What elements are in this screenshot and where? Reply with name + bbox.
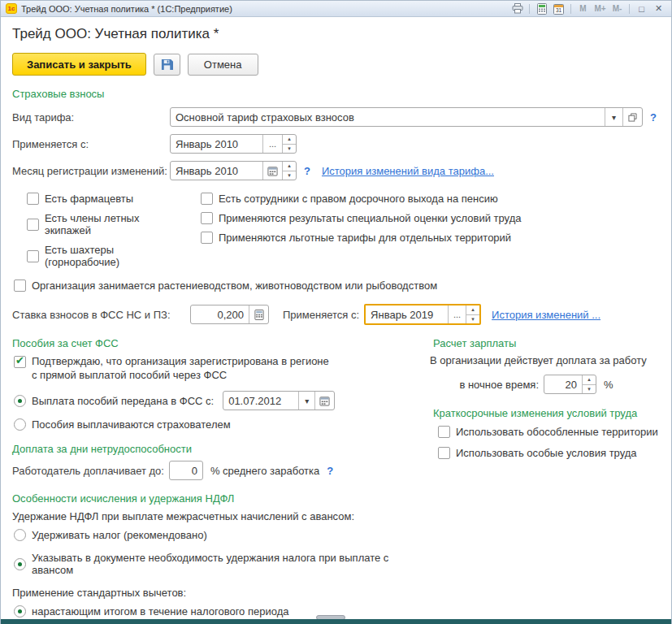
tariff-value[interactable]: Основной тариф страховых взносов [171,108,605,126]
separate-territories-row: Использовать обособленные территории [438,426,659,438]
save-and-close-button[interactable]: Записать и закрыть [12,53,146,76]
rate-applies-spinner[interactable] [466,306,479,323]
night-work-field[interactable]: 20 [544,375,596,394]
tariff-help-link[interactable]: ? [650,111,657,124]
territory-tariffs-label[interactable]: Применяются льготные тарифы для отдельны… [219,232,511,244]
spin-down-icon [466,315,479,324]
separate-territories-checkbox[interactable] [438,426,450,438]
spin-down-icon [583,385,596,394]
applies-from-spinner[interactable] [282,135,296,153]
separate-territories-label[interactable]: Использовать обособленные территории [456,426,658,438]
open-in-form-icon [628,113,637,122]
miners-checkbox[interactable] [27,250,39,262]
close-button[interactable]: ✕ [651,2,666,15]
fss-confirm-line2[interactable]: с прямой выплатой пособий через ФСС [32,368,329,382]
sickpay-value[interactable]: 0 [170,462,202,479]
agriculture-row: Организация занимается растениеводством,… [14,280,671,292]
fss-rate-field[interactable]: 0,200 [190,305,269,324]
calculator-icon[interactable] [534,2,549,15]
checkbox-column-1: Есть фармацевты Есть члены летных экипаж… [14,193,188,268]
rate-applies-value[interactable]: Январь 2019 [366,306,448,323]
paid-by-fss-row: Выплата пособий передана в ФСС с: 01.07.… [14,391,430,410]
reg-month-label: Месяц регистрации изменений: [12,165,170,177]
sickpay-field[interactable]: 0 [169,461,203,480]
dropdown-arrow-icon[interactable] [605,108,622,126]
early-pension-label[interactable]: Есть сотрудники с правом досрочного выхо… [219,193,498,205]
cancel-button[interactable]: Отмена [188,54,258,76]
reg-month-value[interactable]: Январь 2010 [171,162,262,180]
pharmacists-label[interactable]: Есть фармацевты [45,193,133,205]
flight-crew-label[interactable]: Есть члены летных экипажей [45,212,188,236]
rate-applies-field[interactable]: Январь 2019 ... [364,304,481,325]
fss-confirm-label[interactable]: Подтверждаю, что организация зарегистрир… [32,354,329,382]
calendar-icon [319,396,330,406]
more-button[interactable]: ... [448,306,466,323]
fss-rate-label: Ставка взносов в ФСС НС и ПЗ: [12,309,190,321]
fss-confirm-checkbox[interactable] [14,356,26,368]
night-work-value[interactable]: 20 [544,375,582,393]
date-picker-button[interactable] [262,162,282,180]
tariff-label: Вид тарифа: [12,111,170,124]
rate-history-link[interactable]: История изменений ... [492,309,600,321]
tariff-combobox[interactable]: Основной тариф страховых взносов [170,107,643,127]
special-assessment-checkbox[interactable] [201,212,213,224]
reg-month-spinner[interactable] [282,162,296,180]
fss-confirm-line1[interactable]: Подтверждаю, что организация зарегистрир… [32,354,329,368]
early-pension-checkbox[interactable] [201,193,213,205]
memory-minus-button[interactable]: M- [609,2,625,15]
fss-rate-value[interactable]: 0,200 [191,306,249,323]
miners-row: Есть шахтеры (горнорабочие) [27,244,188,268]
flight-crew-checkbox[interactable] [27,219,39,231]
special-assessment-label[interactable]: Применяются результаты специальной оценк… [219,212,521,224]
tariff-history-link[interactable]: История изменений вида тарифа... [322,165,494,177]
date-picker-button[interactable] [314,392,334,410]
deduction-cumulative-radio[interactable] [14,605,26,618]
night-work-spinner[interactable] [582,375,596,393]
calculator-button[interactable] [249,306,268,323]
open-value-button[interactable] [622,108,642,126]
dropdown-arrow-icon[interactable] [298,392,314,410]
night-work-percent: % [604,379,613,391]
applies-from-field[interactable]: Январь 2010 ... [170,134,297,154]
paid-by-fss-date-value[interactable]: 01.07.2012 [223,392,298,410]
ndfl-document-radio[interactable] [14,558,26,570]
special-conditions-label[interactable]: Использовать особые условия труда [456,447,637,459]
memory-plus-button[interactable]: M+ [592,2,608,15]
more-button[interactable]: ... [262,135,282,153]
applies-from-value[interactable]: Январь 2010 [171,135,262,153]
miners-label[interactable]: Есть шахтеры (горнорабочие) [45,244,188,268]
pharmacists-checkbox[interactable] [27,193,39,205]
memory-recall-button[interactable]: M [575,2,591,15]
section-sickpay-title: Доплата за дни нетрудоспособности [12,443,430,455]
reg-month-help-link[interactable]: ? [304,165,310,177]
sickpay-suffix: % среднего заработка [210,465,319,477]
paid-by-insurer-radio[interactable] [14,418,26,431]
ndfl-withhold-option-label[interactable]: Удерживать налог (рекомендовано) [32,529,207,541]
early-pension-row: Есть сотрудники с правом досрочного выхо… [201,193,521,205]
reg-month-field[interactable]: Январь 2010 [170,161,297,180]
special-conditions-checkbox[interactable] [438,447,450,459]
deduction-cumulative-label[interactable]: нарастающим итогом в течение налогового … [32,605,288,618]
ndfl-withhold-radio[interactable] [14,529,26,541]
save-button[interactable] [154,54,180,76]
territory-tariffs-checkbox[interactable] [201,232,213,244]
sickpay-row: Работодатель доплачивает до: 0 % среднег… [12,461,430,480]
paid-by-fss-label[interactable]: Выплата пособий передана в ФСС с: [32,395,214,407]
agriculture-label[interactable]: Организация занимается растениеводством,… [32,280,437,292]
calendar-icon[interactable]: 31 [551,2,566,15]
page-title: Трейд ООО: Учетная политика * [12,26,671,42]
special-assessment-row: Применяются результаты специальной оценк… [201,212,521,224]
titlebar-separator [570,4,571,14]
ndfl-document-option-label[interactable]: Указывать в документе необходимость удер… [32,552,430,576]
deduction-cumulative-row: нарастающим итогом в течение налогового … [14,605,430,618]
maximize-button[interactable]: □ [634,2,649,15]
paid-by-fss-radio[interactable] [14,395,26,407]
sickpay-help-link[interactable]: ? [327,465,333,477]
paid-by-fss-date-field[interactable]: 01.07.2012 [223,391,335,410]
print-icon[interactable] [509,2,525,15]
paid-by-insurer-label[interactable]: Пособия выплачиваются страхователем [32,418,231,431]
calculator-icon [254,310,264,320]
app-window: 1с Трейд ООО: Учетная политика * (1С:Пре… [0,0,672,624]
agriculture-checkbox[interactable] [14,280,26,292]
spin-up-icon [466,306,479,315]
